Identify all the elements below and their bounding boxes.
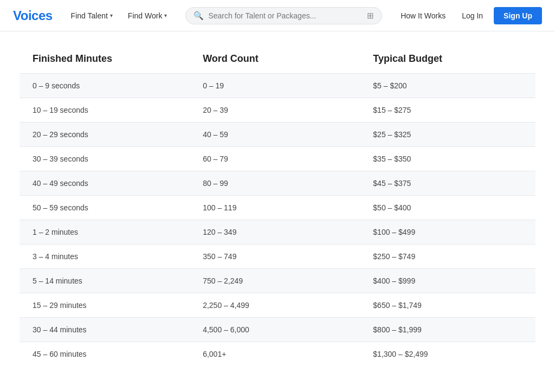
- cell-budget: $1,300 – $2,499: [360, 342, 535, 367]
- cell-words: 80 – 99: [190, 171, 360, 196]
- cell-minutes: 0 – 9 seconds: [20, 74, 190, 98]
- cell-budget: $35 – $350: [360, 147, 535, 171]
- cell-words: 350 – 749: [190, 245, 360, 269]
- search-bar: 🔍 ⊞: [185, 7, 382, 24]
- cell-minutes: 45 – 60 minutes: [20, 342, 190, 367]
- cell-words: 6,001+: [190, 342, 360, 367]
- login-label: Log In: [462, 11, 483, 20]
- navbar: Voices Find Talent ▾ Find Work ▾ 🔍 ⊞ How…: [0, 0, 555, 31]
- login-button[interactable]: Log In: [455, 8, 489, 23]
- find-work-label: Find Work: [128, 11, 163, 20]
- cell-minutes: 3 – 4 minutes: [20, 245, 190, 269]
- table-row: 20 – 29 seconds40 – 59$25 – $325: [20, 123, 535, 147]
- cell-minutes: 50 – 59 seconds: [20, 196, 190, 220]
- cell-budget: $650 – $1,749: [360, 293, 535, 318]
- cell-budget: $25 – $325: [360, 123, 535, 147]
- logo: Voices: [13, 8, 53, 23]
- find-talent-label: Find Talent: [71, 11, 108, 20]
- cell-words: 750 – 2,249: [190, 269, 360, 293]
- cell-budget: $800 – $1,999: [360, 318, 535, 342]
- cell-budget: $15 – $275: [360, 98, 535, 123]
- cell-words: 4,500 – 6,000: [190, 318, 360, 342]
- how-it-works-button[interactable]: How It Works: [395, 8, 451, 23]
- cell-words: 60 – 79: [190, 147, 360, 171]
- cell-words: 2,250 – 4,499: [190, 293, 360, 318]
- cell-words: 100 – 119: [190, 196, 360, 220]
- cell-words: 120 – 349: [190, 220, 360, 245]
- table-row: 40 – 49 seconds80 – 99$45 – $375: [20, 171, 535, 196]
- header-words: Word Count: [190, 53, 360, 74]
- cell-budget: $250 – $749: [360, 245, 535, 269]
- cell-budget: $100 – $499: [360, 220, 535, 245]
- signup-button[interactable]: Sign Up: [494, 7, 542, 24]
- how-it-works-label: How It Works: [401, 11, 446, 20]
- cell-budget: $400 – $999: [360, 269, 535, 293]
- table-row: 0 – 9 seconds0 – 19$5 – $200: [20, 74, 535, 98]
- table-row: 3 – 4 minutes350 – 749$250 – $749: [20, 245, 535, 269]
- cell-words: 40 – 59: [190, 123, 360, 147]
- find-talent-button[interactable]: Find Talent ▾: [66, 8, 118, 23]
- nav-right: How It Works Log In Sign Up: [395, 7, 542, 24]
- search-input[interactable]: [208, 11, 363, 20]
- table-row: 45 – 60 minutes6,001+$1,300 – $2,499: [20, 342, 535, 367]
- table-row: 15 – 29 minutes2,250 – 4,499$650 – $1,74…: [20, 293, 535, 318]
- find-work-chevron-icon: ▾: [164, 12, 167, 18]
- cell-minutes: 10 – 19 seconds: [20, 98, 190, 123]
- signup-label: Sign Up: [504, 11, 532, 20]
- main-content: Finished Minutes Word Count Typical Budg…: [7, 53, 548, 366]
- table-row: 5 – 14 minutes750 – 2,249$400 – $999: [20, 269, 535, 293]
- header-minutes: Finished Minutes: [20, 53, 190, 74]
- cell-budget: $45 – $375: [360, 171, 535, 196]
- table-row: 10 – 19 seconds20 – 39$15 – $275: [20, 98, 535, 123]
- cell-words: 0 – 19: [190, 74, 360, 98]
- cell-words: 20 – 39: [190, 98, 360, 123]
- cell-minutes: 30 – 44 minutes: [20, 318, 190, 342]
- find-work-button[interactable]: Find Work ▾: [122, 8, 173, 23]
- header-budget: Typical Budget: [360, 53, 535, 74]
- cell-minutes: 5 – 14 minutes: [20, 269, 190, 293]
- cell-minutes: 15 – 29 minutes: [20, 293, 190, 318]
- filter-icon[interactable]: ⊞: [367, 11, 374, 21]
- pricing-table: Finished Minutes Word Count Typical Budg…: [20, 53, 535, 366]
- cell-minutes: 1 – 2 minutes: [20, 220, 190, 245]
- cell-budget: $5 – $200: [360, 74, 535, 98]
- cell-minutes: 40 – 49 seconds: [20, 171, 190, 196]
- table-row: 30 – 44 minutes4,500 – 6,000$800 – $1,99…: [20, 318, 535, 342]
- table-row: 1 – 2 minutes120 – 349$100 – $499: [20, 220, 535, 245]
- cell-budget: $50 – $400: [360, 196, 535, 220]
- search-icon: 🔍: [193, 11, 204, 21]
- table-row: 50 – 59 seconds100 – 119$50 – $400: [20, 196, 535, 220]
- table-row: 30 – 39 seconds60 – 79$35 – $350: [20, 147, 535, 171]
- cell-minutes: 20 – 29 seconds: [20, 123, 190, 147]
- cell-minutes: 30 – 39 seconds: [20, 147, 190, 171]
- find-talent-chevron-icon: ▾: [110, 12, 113, 18]
